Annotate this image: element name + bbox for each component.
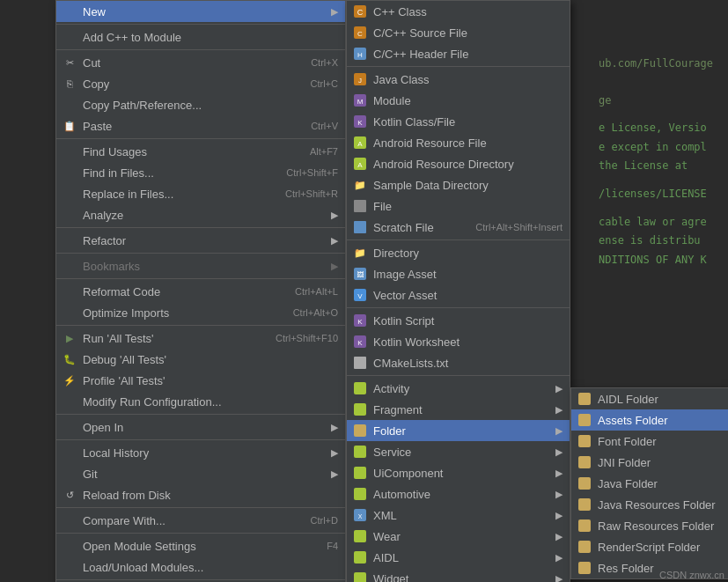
svg-text:H: H bbox=[357, 51, 363, 59]
find-files-label: Find in Files... bbox=[83, 166, 268, 180]
menu-l2-service[interactable]: Service ▶ bbox=[347, 441, 570, 462]
menu-l2-cmake[interactable]: CMakeLists.txt bbox=[347, 352, 570, 373]
menu-l3-java-resources-folder[interactable]: Java Resources Folder bbox=[571, 494, 728, 515]
menu-item-replace-files[interactable]: Replace in Files... Ctrl+Shift+R bbox=[56, 183, 345, 204]
menu-item-git[interactable]: Git ▶ bbox=[56, 463, 345, 484]
svg-rect-49 bbox=[578, 562, 591, 574]
git-label: Git bbox=[83, 468, 331, 481]
menu-item-find-usages[interactable]: Find Usages Alt+F7 bbox=[56, 141, 345, 162]
svg-text:K: K bbox=[357, 318, 363, 326]
widget-icon bbox=[352, 571, 368, 582]
menu-l2-scratch-file[interactable]: Scratch File Ctrl+Alt+Shift+Insert bbox=[347, 217, 570, 238]
java-folder-icon bbox=[577, 475, 592, 491]
xml-icon: X bbox=[352, 507, 368, 523]
menu-item-bookmarks[interactable]: Bookmarks ▶ bbox=[56, 255, 345, 276]
menu-l2-kotlin-worksheet[interactable]: K Kotlin Worksheet bbox=[347, 331, 570, 352]
menu-l2-java-class[interactable]: J Java Class bbox=[347, 69, 570, 90]
module-icon: M bbox=[352, 92, 368, 108]
menu-l2-ui-component[interactable]: UiComponent ▶ bbox=[347, 462, 570, 483]
directory-label: Directory bbox=[373, 247, 563, 260]
menu-item-reload-disk[interactable]: ↺ Reload from Disk bbox=[56, 484, 345, 505]
res-folder-icon bbox=[577, 560, 592, 576]
menu-l2-android-resource-dir[interactable]: A Android Resource Directory bbox=[347, 153, 570, 174]
menu-l2-fragment[interactable]: Fragment ▶ bbox=[347, 399, 570, 420]
menu-item-refactor[interactable]: Refactor ▶ bbox=[56, 230, 345, 251]
analyze-icon bbox=[62, 207, 77, 223]
editor-line-2: ge bbox=[599, 92, 710, 111]
activity-label: Activity bbox=[373, 382, 555, 395]
file-label: File bbox=[373, 200, 563, 213]
aidl-icon bbox=[352, 549, 368, 565]
menu-l2-cpp-header[interactable]: H C/C++ Header File bbox=[347, 43, 570, 64]
menu-item-new[interactable]: New ▶ bbox=[56, 1, 345, 22]
menu-item-debug-tests[interactable]: 🐛 Debug 'All Tests' bbox=[56, 349, 345, 370]
menu-l2-widget[interactable]: Widget ▶ bbox=[347, 568, 570, 582]
menu-item-cut[interactable]: ✂ Cut Ctrl+X bbox=[56, 52, 345, 73]
compare-with-label: Compare With... bbox=[83, 514, 293, 527]
menu-item-paste[interactable]: 📋 Paste Ctrl+V bbox=[56, 115, 345, 136]
menu-item-copy[interactable]: ⎘ Copy Ctrl+C bbox=[56, 73, 345, 94]
menu-l2-cpp-source[interactable]: C C/C++ Source File bbox=[347, 22, 570, 43]
menu-l2-xml[interactable]: X XML ▶ bbox=[347, 505, 570, 526]
menu-l3-jni-folder[interactable]: JNI Folder bbox=[571, 452, 728, 473]
menu-l2-folder[interactable]: Folder ▶ bbox=[347, 420, 570, 441]
modify-run-icon bbox=[62, 394, 77, 409]
menu-item-find-files[interactable]: Find in Files... Ctrl+Shift+F bbox=[56, 162, 345, 183]
editor-line-4: e except in compl bbox=[599, 138, 710, 158]
menu-l2-aidl[interactable]: AIDL ▶ bbox=[347, 547, 570, 568]
menu-item-load-modules[interactable]: Load/Unload Modules... bbox=[56, 556, 345, 578]
menu-l2-kotlin-script[interactable]: K Kotlin Script bbox=[347, 310, 570, 331]
menu-l3-font-folder[interactable]: Font Folder bbox=[571, 431, 728, 452]
menu-l2-directory[interactable]: 📁 Directory bbox=[347, 242, 570, 263]
menu-l2-sample-data[interactable]: 📁 Sample Data Directory bbox=[347, 174, 570, 195]
profile-tests-label: Profile 'All Tests' bbox=[83, 374, 338, 387]
l2-sep-2 bbox=[347, 239, 570, 240]
menu-l2-file[interactable]: File bbox=[347, 195, 570, 217]
menu-item-profile-tests[interactable]: ⚡ Profile 'All Tests' bbox=[56, 370, 345, 391]
menu-item-run-tests[interactable]: ▶ Run 'All Tests' Ctrl+Shift+F10 bbox=[56, 328, 345, 349]
menu-l2-cpp-class[interactable]: C C++ Class bbox=[347, 1, 570, 22]
menu-l2-kotlin-class[interactable]: K Kotlin Class/File bbox=[347, 111, 570, 132]
menu-l3-raw-resources-folder[interactable]: Raw Resources Folder bbox=[571, 515, 728, 536]
menu-item-copy-path[interactable]: Copy Path/Reference... bbox=[56, 94, 345, 115]
menu-item-compare-with[interactable]: Compare With... Ctrl+D bbox=[56, 510, 345, 531]
fragment-arrow: ▶ bbox=[555, 404, 563, 416]
svg-rect-48 bbox=[578, 541, 591, 553]
menu-item-analyze[interactable]: Analyze ▶ bbox=[56, 204, 345, 225]
editor-line-9: NDITIONS OF ANY K bbox=[599, 251, 710, 270]
menu-l2-module[interactable]: M Module bbox=[347, 90, 570, 111]
menu-l3-assets-folder[interactable]: Assets Folder bbox=[571, 409, 728, 431]
menu-item-add-cpp[interactable]: Add C++ to Module bbox=[56, 26, 345, 48]
menu-l2-image-asset[interactable]: 🖼 Image Asset bbox=[347, 263, 570, 284]
menu-l3-aidl-folder[interactable]: AIDL Folder bbox=[571, 388, 728, 409]
menu-l2-android-resource[interactable]: A Android Resource File bbox=[347, 132, 570, 153]
kotlin-class-icon: K bbox=[352, 114, 368, 129]
menu-item-open-module[interactable]: Open Module Settings F4 bbox=[56, 535, 345, 556]
replace-files-icon bbox=[62, 186, 77, 202]
svg-rect-37 bbox=[354, 572, 366, 582]
reformat-icon bbox=[62, 284, 77, 299]
menu-item-optimize[interactable]: Optimize Imports Ctrl+Alt+O bbox=[56, 302, 345, 323]
menu-l2-vector-asset[interactable]: V Vector Asset bbox=[347, 284, 570, 306]
renderscript-folder-icon bbox=[577, 539, 592, 555]
menu-l2-wear[interactable]: Wear ▶ bbox=[347, 526, 570, 547]
git-icon bbox=[62, 466, 77, 482]
widget-label: Widget bbox=[373, 572, 555, 583]
menu-l3-renderscript-folder[interactable]: RenderScript Folder bbox=[571, 536, 728, 557]
menu-item-open-in[interactable]: Open In ▶ bbox=[56, 416, 345, 438]
svg-rect-41 bbox=[578, 393, 591, 405]
sample-data-icon: 📁 bbox=[352, 177, 368, 193]
menu-item-reformat[interactable]: Reformat Code Ctrl+Alt+L bbox=[56, 281, 345, 302]
menu-l2-activity[interactable]: Activity ▶ bbox=[347, 378, 570, 399]
java-resources-folder-icon bbox=[577, 497, 592, 512]
menu-item-local-history[interactable]: Local History ▶ bbox=[56, 442, 345, 463]
menu-item-modify-run[interactable]: Modify Run Configuration... bbox=[56, 391, 345, 412]
new-icon bbox=[62, 4, 77, 19]
analyze-arrow: ▶ bbox=[331, 210, 338, 221]
menu-l2-automotive[interactable]: Automotive ▶ bbox=[347, 483, 570, 505]
optimize-shortcut: Ctrl+Alt+O bbox=[293, 307, 338, 318]
menu-l3-java-folder[interactable]: Java Folder bbox=[571, 473, 728, 494]
open-module-label: Open Module Settings bbox=[83, 540, 309, 553]
reload-disk-label: Reload from Disk bbox=[83, 489, 338, 502]
l2-sep-4 bbox=[347, 375, 570, 376]
